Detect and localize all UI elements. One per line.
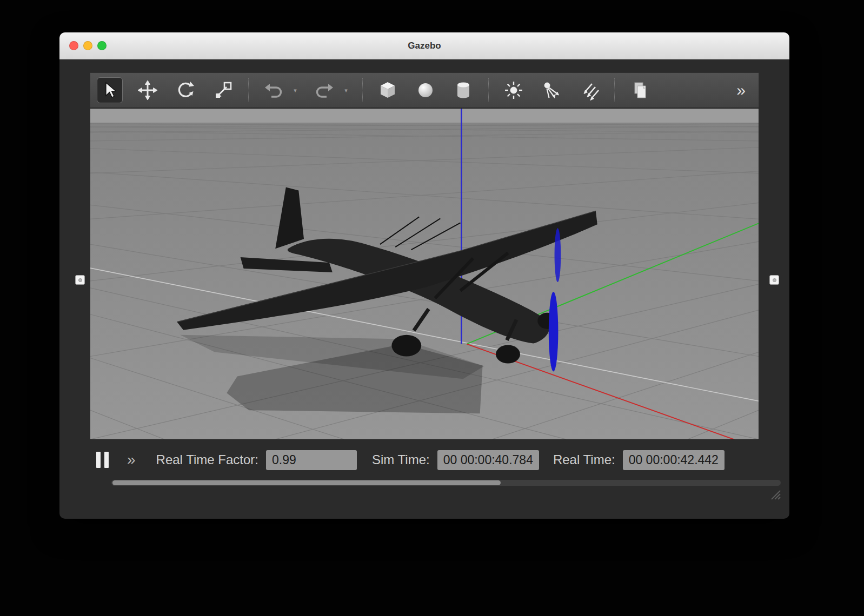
scene-canvas [90, 109, 759, 439]
main-area: ▾ ▾ [59, 59, 789, 440]
spot-light-button[interactable] [539, 77, 564, 103]
undo-dropdown-caret[interactable]: ▾ [291, 87, 300, 94]
redo-button[interactable] [311, 77, 337, 103]
scale-tool-button[interactable] [210, 77, 236, 103]
insert-box-button[interactable] [375, 77, 401, 103]
insert-sphere-button[interactable] [413, 77, 438, 103]
translate-tool-button[interactable] [135, 77, 161, 103]
point-light-button[interactable] [501, 77, 527, 103]
minimize-button[interactable] [83, 41, 92, 50]
scale-icon [212, 79, 234, 101]
traffic-lights [69, 32, 107, 59]
gazebo-window: Gazebo [59, 32, 789, 519]
toolbar-overflow-chevron[interactable]: » [736, 82, 745, 98]
toolbar-separator [614, 78, 615, 102]
cylinder-icon [453, 79, 474, 101]
pause-icon [96, 452, 101, 468]
toolbar-separator [248, 78, 249, 102]
arrow-cursor-icon [99, 79, 121, 101]
left-panel-splitter-handle[interactable] [75, 275, 85, 285]
real-time-factor-field[interactable]: 0.99 [266, 450, 357, 470]
copy-button[interactable] [627, 77, 653, 103]
window-title: Gazebo [408, 41, 441, 51]
pause-button[interactable] [96, 452, 109, 468]
splitter-grip-icon [773, 278, 776, 282]
toolbar-separator [488, 78, 489, 102]
horizontal-scrollbar[interactable] [111, 480, 781, 486]
real-time-field[interactable]: 00 00:00:42.442 [623, 450, 725, 470]
real-time-factor-label: Real Time Factor: [156, 452, 258, 467]
toolbar-separator [362, 78, 363, 102]
spot-light-icon [541, 79, 562, 101]
sphere-icon [415, 79, 436, 101]
statusbar: » Real Time Factor: 0.99 Sim Time: 00 00… [59, 440, 789, 480]
undo-button[interactable] [261, 77, 287, 103]
redo-dropdown-caret[interactable]: ▾ [342, 87, 350, 94]
directional-light-button[interactable] [576, 77, 602, 103]
rotate-tool-button[interactable] [172, 77, 198, 103]
real-time-label: Real Time: [553, 452, 615, 467]
resize-grip-icon[interactable] [769, 488, 782, 503]
point-light-icon [503, 79, 524, 101]
cube-icon [377, 79, 398, 101]
sim-time-field[interactable]: 00 00:00:40.784 [437, 450, 539, 470]
rotate-icon [175, 79, 196, 101]
redo-icon [314, 79, 335, 101]
close-button[interactable] [69, 41, 78, 50]
scrollbar-row [59, 480, 789, 486]
splitter-grip-icon [78, 278, 82, 282]
sky-band [90, 109, 759, 123]
statusbar-expand-chevron[interactable]: » [127, 452, 135, 467]
select-tool-button[interactable] [97, 77, 123, 103]
sim-time-label: Sim Time: [372, 452, 430, 467]
undo-icon [263, 79, 284, 101]
titlebar[interactable]: Gazebo [59, 32, 789, 59]
desktop: Gazebo [0, 0, 864, 616]
copy-document-icon [629, 79, 650, 101]
translate-icon [137, 79, 158, 101]
scrollbar-thumb[interactable] [112, 480, 501, 485]
directional-light-icon [579, 79, 600, 101]
toolbar: ▾ ▾ [90, 72, 759, 108]
window-footer [59, 486, 789, 507]
right-panel-splitter-handle[interactable] [769, 275, 779, 285]
zoom-button[interactable] [97, 41, 107, 50]
insert-cylinder-button[interactable] [450, 77, 476, 103]
viewport-3d[interactable] [90, 108, 759, 440]
